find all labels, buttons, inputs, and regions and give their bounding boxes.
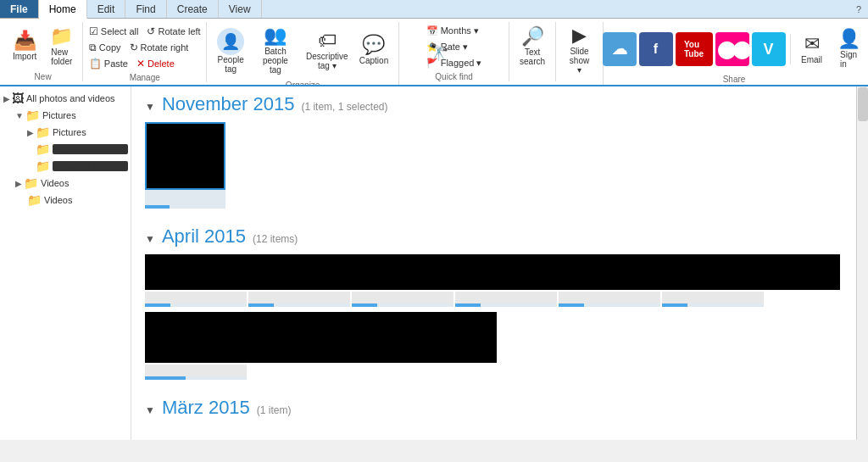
ribbon-group-quickfind: 📅 Months ▾ ⭐ Rate ▾ 🚩 Flagged ▾ 🔭 Quick …	[399, 22, 509, 81]
help-button[interactable]: ?	[849, 0, 868, 18]
photos-row-apr2015-2	[145, 312, 843, 380]
thumb-apr-1[interactable]	[145, 292, 247, 307]
sidebar-item-videos-sub[interactable]: 📁 Videos	[24, 192, 131, 209]
group-organize-label: Organize	[286, 79, 320, 86]
photos-row-nov2015	[145, 122, 843, 209]
scrollbar-thumb[interactable]	[858, 87, 868, 121]
tab-file[interactable]: File	[0, 0, 39, 18]
vimeo-share-button[interactable]: V	[752, 32, 786, 66]
facebook-share-button[interactable]: f	[639, 32, 673, 66]
sidebar-item-all-photos[interactable]: ▶ 🖼 All photos and videos	[0, 90, 131, 107]
descriptive-tag-button[interactable]: 🏷 Descriptivetag ▾	[302, 27, 353, 75]
slideshow-button[interactable]: ▶ Slideshow ▾	[561, 22, 598, 79]
group-header-apr2015: ▼ April 2015 (12 items)	[145, 225, 843, 248]
group-title-nov2015[interactable]: November 2015	[162, 93, 295, 115]
thumb-apr-6[interactable]	[662, 292, 764, 307]
manage-row-1: ☑ Select all ↺ Rotate left	[86, 24, 204, 39]
sidebar: ▶ 🖼 All photos and videos ▼ 📁 Pictures ▶…	[0, 86, 131, 440]
tab-find[interactable]: Find	[125, 0, 166, 18]
ribbon-group-manage: ☑ Select all ↺ Rotate left ⧉ Copy ↻ Rota…	[83, 22, 207, 82]
text-search-button[interactable]: 🔎 Textsearch	[514, 23, 551, 70]
cloud-share-button[interactable]: ☁	[603, 32, 637, 66]
batch-people-tag-button[interactable]: 👥 Batchpeople tag	[251, 22, 300, 79]
import-button[interactable]: 📥 Import	[7, 25, 42, 69]
group-manage-label: Manage	[130, 71, 160, 82]
ribbon-group-share: ☁ f YouTube ⬤⬤ V ✉ Email 👤 Signin Share	[604, 22, 865, 84]
photo-thumb-apr-wide[interactable]	[145, 254, 840, 307]
ribbon-group-new: 📥 Import 📁 Newfolder New	[3, 22, 83, 81]
thumb-apr-2[interactable]	[248, 292, 350, 307]
thumb-apr-4[interactable]	[455, 292, 557, 307]
email-button[interactable]: ✉ Email	[795, 27, 829, 71]
ribbon: 📥 Import 📁 Newfolder New ☑ Select all ↺ …	[0, 19, 868, 86]
group-title-mar2015[interactable]: März 2015	[162, 397, 250, 419]
rotate-right-button[interactable]: ↻ Rotate right	[126, 40, 192, 55]
photo-thumb-nov-1[interactable]	[145, 122, 225, 209]
binoculars-icon[interactable]: 🔭	[424, 39, 454, 64]
photo-group-apr2015: ▼ April 2015 (12 items)	[145, 225, 843, 380]
photo-group-mar2015: ▼ März 2015 (1 item)	[145, 397, 843, 419]
flickr-share-button[interactable]: ⬤⬤	[715, 32, 749, 66]
months-dropdown[interactable]: 📅 Months ▾	[423, 24, 482, 38]
group-title-apr2015[interactable]: April 2015	[162, 225, 246, 248]
delete-button[interactable]: ✕ Delete	[133, 56, 178, 71]
ribbon-group-textsearch: 🔎 Textsearch .	[509, 22, 556, 81]
group-meta-mar2015: (1 item)	[257, 404, 292, 416]
tab-edit[interactable]: Edit	[87, 0, 126, 18]
manage-row-2: ⧉ Copy ↻ Rotate right	[86, 40, 204, 55]
thumb-apr-r2-1[interactable]	[145, 365, 247, 380]
sidebar-item-pictures-root[interactable]: ▼ 📁 Pictures	[12, 107, 131, 124]
thumb-apr-5[interactable]	[559, 292, 660, 307]
sign-in-button[interactable]: 👤 Signin	[832, 25, 866, 73]
ribbon-group-organize: 👤 Peopletag 👥 Batchpeople tag 🏷 Descript…	[207, 22, 399, 86]
sidebar-item-redacted-2[interactable]: 📁 redacted_folder_2	[0, 158, 131, 175]
group-share-label: Share	[723, 73, 746, 84]
photo-group-nov2015: ▼ November 2015 (1 item, 1 selected)	[145, 93, 843, 209]
group-new-label: New	[35, 70, 52, 81]
ribbon-group-slideshow: ▶ Slideshow ▾ .	[556, 22, 604, 86]
tab-view[interactable]: View	[219, 0, 262, 18]
content-area: ▼ November 2015 (1 item, 1 selected) ▼ A…	[131, 86, 856, 440]
people-tag-button[interactable]: 👤 Peopletag	[212, 24, 249, 78]
select-all-button[interactable]: ☑ Select all	[86, 24, 142, 39]
group-quickfind-label: Quick find	[435, 70, 472, 81]
sidebar-item-videos-root[interactable]: ▶ 📁 Videos	[12, 175, 131, 192]
photo-thumb-apr-row2[interactable]	[145, 312, 497, 380]
new-folder-button[interactable]: 📁 Newfolder	[44, 23, 79, 70]
copy-button[interactable]: ⧉ Copy	[86, 40, 125, 55]
group-arrow-mar2015[interactable]: ▼	[145, 404, 155, 416]
thumb-apr-3[interactable]	[352, 292, 453, 307]
manage-row-3: 📋 Paste ✕ Delete	[86, 56, 204, 71]
paste-button[interactable]: 📋 Paste	[86, 56, 131, 71]
group-header-nov2015: ▼ November 2015 (1 item, 1 selected)	[145, 93, 843, 115]
tab-create[interactable]: Create	[167, 0, 219, 18]
group-meta-nov2015: (1 item, 1 selected)	[301, 101, 387, 113]
rotate-left-button[interactable]: ↺ Rotate left	[143, 24, 203, 39]
group-arrow-apr2015[interactable]: ▼	[145, 233, 155, 245]
caption-button[interactable]: 💬 Caption	[354, 29, 393, 73]
group-header-mar2015: ▼ März 2015 (1 item)	[145, 397, 843, 419]
group-arrow-nov2015[interactable]: ▼	[145, 101, 155, 113]
photos-row-apr2015-1	[145, 254, 843, 307]
sidebar-item-pictures-sub[interactable]: ▶ 📁 Pictures	[24, 124, 131, 141]
youtube-share-button[interactable]: YouTube	[676, 32, 713, 66]
sidebar-item-redacted-1[interactable]: 📁 redacted_folder_1	[0, 141, 131, 158]
group-meta-apr2015: (12 items)	[253, 233, 298, 245]
tab-home[interactable]: Home	[39, 0, 87, 19]
vertical-scrollbar[interactable]	[856, 86, 868, 440]
main-layout: ▶ 🖼 All photos and videos ▼ 📁 Pictures ▶…	[0, 86, 868, 440]
tab-bar: File Home Edit Find Create View ?	[0, 0, 868, 19]
